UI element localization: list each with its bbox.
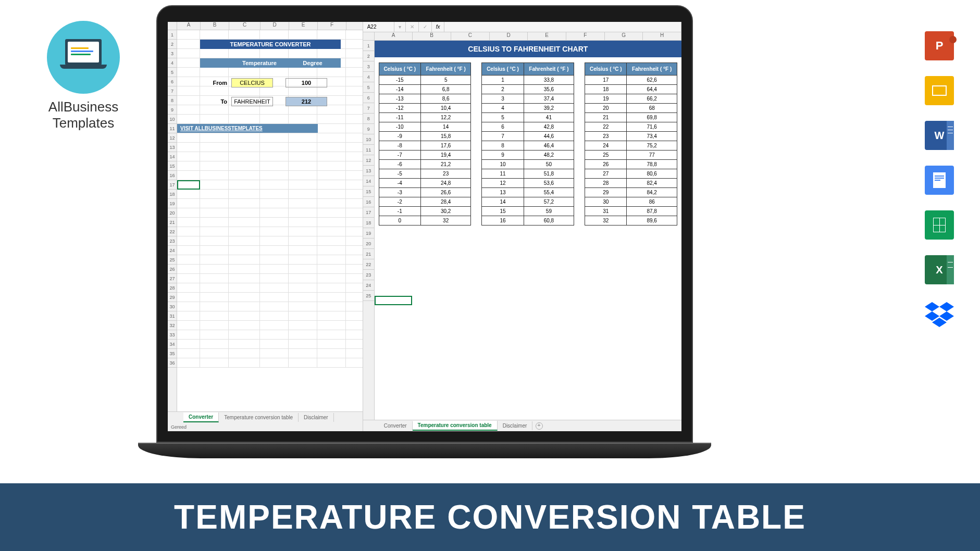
table-row: 1762,6 <box>585 76 677 85</box>
tab-conversion-table-r[interactable]: Temperature conversion table <box>413 421 498 431</box>
name-box[interactable]: A22 <box>363 22 394 32</box>
excel-icon: X <box>925 255 954 284</box>
table-row: -146,8 <box>379 85 471 94</box>
table-row: 1253,6 <box>482 179 574 188</box>
table-row: 1355,4 <box>482 188 574 197</box>
laptop-mockup: A B C D E F 1234567891011121314151617181… <box>156 5 693 464</box>
tab-converter[interactable]: Converter <box>183 412 219 422</box>
column-headers-right: A B C D E F G H <box>363 32 681 41</box>
docs-icon <box>925 166 954 195</box>
tab-conversion-table[interactable]: Temperature conversion table <box>219 413 299 422</box>
page-banner: TEMPERATURE CONVERSION TABLE <box>0 483 980 551</box>
formula-bar: A22 ▾ ✕ ✓ fx <box>363 22 681 32</box>
table-row: -1210,4 <box>379 104 471 113</box>
sheet-tabs-right: Converter Temperature conversion table D… <box>363 420 681 431</box>
sheet-tabs-left: Converter Temperature conversion table D… <box>168 411 363 423</box>
table-row: 3187,8 <box>585 207 677 216</box>
brand-logo: AllBusiness Templates <box>31 21 135 131</box>
row-headers-left: 1234567891011121314151617181920212223242… <box>168 30 177 411</box>
conversion-table: Celsius ( °C )Fahrenheit ( °F )1762,6186… <box>585 62 677 226</box>
converter-sheet: A B C D E F 1234567891011121314151617181… <box>168 22 363 431</box>
table-row: 3289,6 <box>585 216 677 226</box>
table-row: 541 <box>482 113 574 122</box>
word-icon: W <box>925 121 954 150</box>
from-unit-input[interactable]: CELCIUS <box>231 78 273 87</box>
table-row: 1864,4 <box>585 85 677 94</box>
converter-title: TEMPERATURE CONVERTER <box>200 40 341 49</box>
brand-name: AllBusiness Templates <box>31 99 135 131</box>
table-row: -523 <box>379 169 471 179</box>
table-row: 235,6 <box>482 85 574 94</box>
table-row: 3086 <box>585 197 677 207</box>
table-row: 948,2 <box>482 151 574 160</box>
table-row: 2678,8 <box>585 160 677 169</box>
table-row: 2780,6 <box>585 169 677 179</box>
table-row: 744,6 <box>482 132 574 141</box>
status-bar: Gereed <box>168 423 363 431</box>
fx-label: fx <box>432 22 445 32</box>
table-row: 1966,2 <box>585 94 677 104</box>
svg-point-0 <box>949 36 957 43</box>
to-unit-output: FAHRENHEIT <box>231 97 273 106</box>
table-row: 2984,2 <box>585 188 677 197</box>
table-row: 337,4 <box>482 94 574 104</box>
from-label: From <box>200 80 231 86</box>
powerpoint-icon: P <box>925 31 954 60</box>
table-row: 1050 <box>482 160 574 169</box>
converter-column-header: Temperature Degree <box>200 58 341 68</box>
to-value-output: 212 <box>286 97 327 106</box>
tab-disclaimer[interactable]: Disclaimer <box>299 413 334 422</box>
table-row: 1559 <box>482 207 574 216</box>
table-row: 032 <box>379 216 471 226</box>
formula-input[interactable] <box>444 22 681 32</box>
table-row: 2475,2 <box>585 141 677 151</box>
table-row: 133,8 <box>482 76 574 85</box>
dropbox-icon <box>925 300 954 329</box>
sheets-icon <box>925 210 954 240</box>
conversion-table: Celsius ( °C )Fahrenheit ( °F )133,8235,… <box>481 62 574 226</box>
column-headers-left: A B C D E F <box>168 22 363 30</box>
to-label: To <box>200 98 231 105</box>
table-row: -326,6 <box>379 188 471 197</box>
table-row: 1151,8 <box>482 169 574 179</box>
app-format-icons: P W X <box>925 31 954 329</box>
table-row: 846,4 <box>482 141 574 151</box>
table-row: 2882,4 <box>585 179 677 188</box>
table-row: 2577 <box>585 151 677 160</box>
table-row: -719,4 <box>379 151 471 160</box>
table-row: 2068 <box>585 104 677 113</box>
table-row: 2271,6 <box>585 122 677 132</box>
row-headers-right: 1234567891011121314151617181920212223242… <box>363 41 375 420</box>
table-row: -1112,2 <box>379 113 471 122</box>
table-row: -817,6 <box>379 141 471 151</box>
table-row: -424,8 <box>379 179 471 188</box>
table-row: -1014 <box>379 122 471 132</box>
table-row: -621,2 <box>379 160 471 169</box>
from-value-input[interactable]: 100 <box>286 78 327 87</box>
table-row: 642,8 <box>482 122 574 132</box>
tab-disclaimer-r[interactable]: Disclaimer <box>498 421 533 430</box>
chart-title: CELSIUS TO FAHRENHEIT CHART <box>375 41 681 57</box>
table-row: -915,8 <box>379 132 471 141</box>
table-row: -228,4 <box>379 197 471 207</box>
table-row: 1660,8 <box>482 216 574 226</box>
table-row: 439,2 <box>482 104 574 113</box>
add-sheet-button[interactable] <box>536 422 543 430</box>
conversion-table: Celsius ( °C )Fahrenheit ( °F )-155-146,… <box>379 62 472 226</box>
table-row: 1457,2 <box>482 197 574 207</box>
table-row: -155 <box>379 76 471 85</box>
table-row: 2373,4 <box>585 132 677 141</box>
chart-sheet: A22 ▾ ✕ ✓ fx A B C D E F G H <box>363 22 681 431</box>
tab-converter-r[interactable]: Converter <box>379 421 413 430</box>
table-row: -130,2 <box>379 207 471 216</box>
cell-selection-right <box>375 296 412 305</box>
slides-icon <box>925 76 954 105</box>
table-row: 2169,8 <box>585 113 677 122</box>
visit-link[interactable]: VISIT ALLBUSINESSTEMPLATES <box>177 124 318 133</box>
table-row: -138,6 <box>379 94 471 104</box>
